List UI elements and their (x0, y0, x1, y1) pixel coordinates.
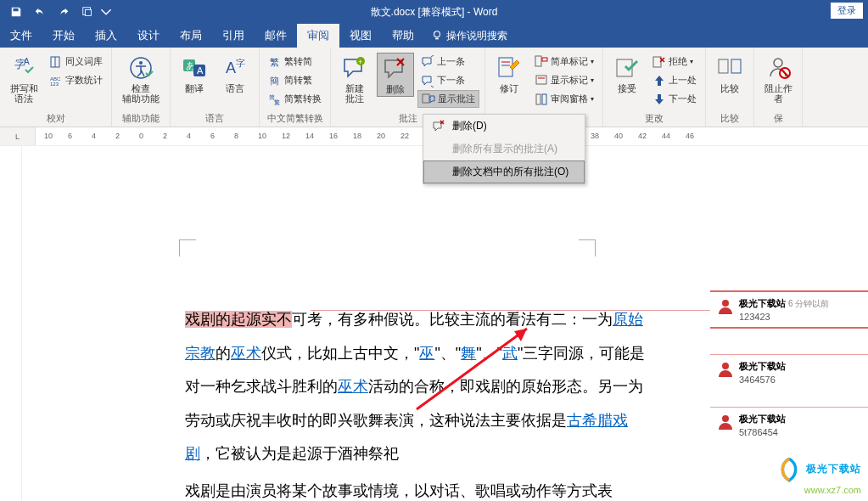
spell-check-button[interactable]: 字A 拼写和语法 (5, 53, 42, 105)
sc-to-tc-button[interactable]: 簡简转繁 (265, 71, 325, 89)
comment-author: 极光下载站 (739, 361, 786, 371)
track-changes-button[interactable]: 修订 (490, 53, 528, 95)
group-convert: 繁繁转简 簡简转繁 简繁简繁转换 中文简繁转换 (260, 48, 331, 127)
prev-change-button[interactable]: 上一处 (649, 71, 700, 89)
delete-comment-button[interactable]: 删除 (377, 53, 414, 97)
ribbon-tabs: 文件 开始 插入 设计 布局 引用 邮件 审阅 视图 帮助 操作说明搜索 (0, 24, 868, 48)
tab-design[interactable]: 设计 (127, 24, 170, 48)
reject-icon (652, 55, 666, 69)
accessibility-icon (127, 54, 154, 82)
link-dance[interactable]: 舞 (461, 345, 476, 362)
svg-point-43 (722, 363, 729, 369)
word-count-button[interactable]: ABC123 字数统计 (46, 71, 106, 89)
menu-delete-all[interactable]: 删除文档中的所有批注(O) (423, 160, 585, 183)
watermark-url: www.xz7.com (804, 485, 861, 495)
link-witchcraft-2[interactable]: 巫术 (338, 378, 368, 395)
comment-connector (311, 310, 710, 311)
redo-icon[interactable] (53, 2, 75, 22)
menu-delete-shown[interactable]: 删除所有显示的批注(A) (423, 138, 585, 160)
sc-icon: 簡 (268, 74, 282, 87)
accept-icon (613, 54, 641, 82)
comment-body: 5t786454 (739, 427, 786, 437)
thesaurus-button[interactable]: 同义词库 (46, 53, 106, 70)
prev-change-icon (652, 74, 666, 87)
tab-help[interactable]: 帮助 (382, 24, 424, 48)
delete-comment-icon (382, 55, 409, 82)
show-comments-button[interactable]: 显示批注 (417, 90, 479, 108)
undo-icon[interactable] (29, 2, 51, 22)
group-proofing: 字A 拼写和语法 同义词库 ABC123 字数统计 校对 (0, 48, 112, 127)
accept-button[interactable]: 接受 (608, 53, 646, 95)
svg-rect-36 (731, 59, 741, 73)
svg-point-42 (722, 300, 729, 307)
translate-button[interactable]: あA 翻译 (176, 53, 213, 95)
wordcount-icon: ABC123 (49, 74, 63, 87)
showmarkup-icon (535, 74, 548, 87)
block-icon (764, 54, 792, 82)
comment-item[interactable]: 极光下载站 5t786454 (710, 407, 868, 442)
next-comment-button[interactable]: 下一条 (417, 71, 479, 89)
vertical-ruler[interactable] (0, 146, 22, 501)
comments-panel: 极光下载站 6 分钟以前 123423 极光下载站 3464576 极光下载站 … (710, 146, 868, 501)
prev-comment-button[interactable]: 上一条 (417, 53, 479, 70)
language-icon: A字 (221, 54, 249, 82)
block-authors-button[interactable]: 阻止作者 (759, 53, 797, 105)
markup-icon (535, 55, 548, 69)
save-icon[interactable] (5, 2, 27, 22)
compare-button[interactable]: 比较 (711, 53, 748, 95)
markup-mode-dropdown[interactable]: 简单标记▾ (531, 53, 597, 70)
show-markup-button[interactable]: 显示标记▾ (531, 71, 597, 89)
delete-comment-menu: 删除(D) 删除所有显示的批注(A) 删除文档中的所有批注(O) (423, 114, 585, 184)
delete-one-icon (432, 120, 445, 133)
tab-review[interactable]: 审阅 (297, 24, 339, 48)
next-change-icon (652, 93, 666, 106)
reject-button[interactable]: 拒绝▾ (649, 53, 700, 70)
svg-point-10 (139, 61, 143, 65)
tc-to-sc-button[interactable]: 繁繁转简 (265, 53, 325, 70)
tab-file[interactable]: 文件 (0, 24, 42, 48)
svg-rect-1 (85, 9, 91, 15)
comment-body: 123423 (739, 312, 829, 322)
new-comment-button[interactable]: + 新建 批注 (336, 53, 373, 105)
margin-corner-tr (579, 239, 596, 256)
qa-customize-icon[interactable] (100, 2, 112, 22)
tab-mailings[interactable]: 邮件 (255, 24, 297, 48)
tab-home[interactable]: 开始 (42, 24, 85, 48)
avatar-icon (717, 360, 734, 377)
svg-text:A: A (226, 59, 236, 76)
group-changes: 接受 拒绝▾ 上一处 下一处 更改 (603, 48, 706, 127)
tell-me-search[interactable]: 操作说明搜索 (431, 29, 507, 43)
svg-text:A: A (24, 57, 30, 66)
svg-text:簡: 簡 (270, 76, 279, 86)
prev-comment-icon (421, 55, 434, 69)
language-button[interactable]: A字 语言 (216, 53, 254, 95)
link-witchcraft-1[interactable]: 巫术 (231, 345, 261, 362)
watermark-logo-icon (775, 455, 804, 484)
tab-references[interactable]: 引用 (212, 24, 255, 48)
menu-delete-comment[interactable]: 删除(D) (423, 115, 585, 138)
comment-item[interactable]: 极光下载站 3464576 (710, 354, 868, 390)
tab-view[interactable]: 视图 (339, 24, 382, 48)
document-body[interactable]: 戏剧的起源实不可考，有多种假说。比较主流的看法有二：一为原始宗教的巫术仪式，比如… (185, 303, 647, 501)
link-wu[interactable]: 巫 (419, 345, 434, 362)
qa-overflow-icon[interactable] (76, 2, 98, 22)
window-title: 散文.docx [兼容模式] - Word (371, 5, 498, 20)
tab-insert[interactable]: 插入 (85, 24, 127, 48)
bulb-icon (431, 30, 443, 42)
svg-rect-32 (542, 94, 546, 104)
next-change-button[interactable]: 下一处 (649, 90, 700, 108)
highlighted-text[interactable]: 戏剧的起源实不 (185, 311, 292, 328)
review-pane-button[interactable]: 审阅窗格▾ (531, 90, 597, 108)
sc-tc-convert-button[interactable]: 简繁简繁转换 (265, 90, 325, 108)
comment-item[interactable]: 极光下载站 6 分钟以前 123423 (710, 290, 868, 329)
svg-line-39 (781, 70, 788, 76)
check-accessibility-button[interactable]: 检查 辅助功能 (117, 53, 165, 105)
svg-rect-34 (653, 57, 661, 67)
tab-layout[interactable]: 布局 (170, 24, 212, 48)
next-comment-icon (421, 74, 434, 87)
login-button[interactable]: 登录 (831, 3, 863, 19)
titlebar: 散文.docx [兼容模式] - Word 登录 (0, 0, 868, 24)
ruler-tab-selector[interactable]: L (0, 127, 36, 145)
link-martial[interactable]: 武 (502, 345, 518, 362)
group-protect: 阻止作者 保 (754, 48, 803, 127)
